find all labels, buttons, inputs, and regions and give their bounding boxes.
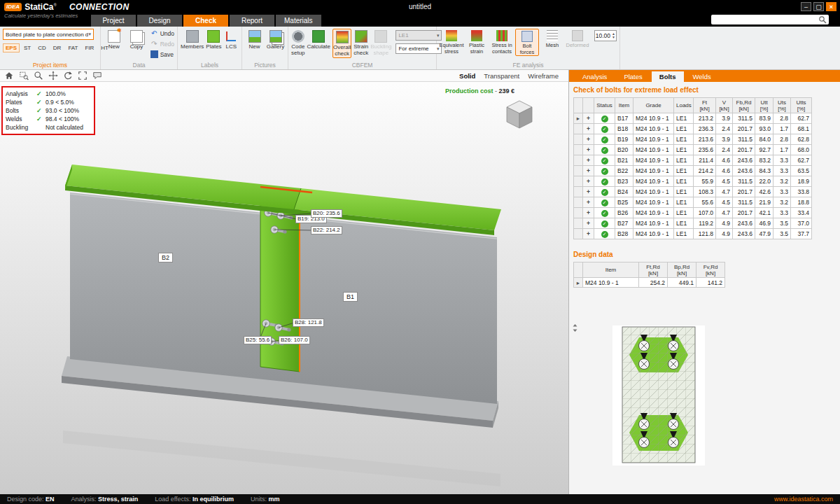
expand-row-button[interactable]: +	[583, 113, 594, 124]
home-view-icon[interactable]	[4, 71, 14, 80]
type-button-dr[interactable]: DR	[50, 43, 64, 52]
bolt-label[interactable]: B28: 121.8	[293, 318, 324, 327]
extreme-filter-dropdown[interactable]: For extreme▾	[396, 43, 442, 54]
close-button[interactable]: ×	[826, 2, 836, 11]
expand-row-button[interactable]: +	[583, 187, 594, 197]
lcs-labels-button[interactable]: LCS	[224, 29, 239, 50]
ribbon-tab-design[interactable]: Design	[137, 15, 182, 27]
viewport-canvas[interactable]: Analysis ✓ 100.0% Plates ✓ 0.9 < 5.0% Bo…	[0, 82, 568, 494]
copy-item-button[interactable]: Copy	[126, 29, 146, 50]
type-button-cd[interactable]: CD	[35, 43, 49, 52]
save-button[interactable]: Save	[150, 50, 174, 59]
expand-row-button[interactable]: +	[583, 176, 594, 187]
bolt-row[interactable]: + ✓ B26 M24 10.9 - 1 LE1 107.04.7201.742…	[574, 208, 812, 218]
fe-button-deformed[interactable]: Deformed	[566, 29, 589, 56]
bolt-row[interactable]: + ✓ B18 M24 10.9 - 1 LE1 236.32.4201.793…	[574, 124, 812, 134]
connection-type-dropdown[interactable]: Bolted plate to plate connection desi ▾	[3, 29, 94, 40]
bolt-row[interactable]: + ✓ B25 M24 10.9 - 1 LE1 55.64.5311.521.…	[574, 197, 812, 208]
new-item-button[interactable]: New	[104, 29, 124, 50]
ribbon-tab-materials[interactable]: Materials	[276, 15, 321, 27]
minimize-button[interactable]: –	[801, 2, 811, 11]
overall-check-icon	[336, 31, 349, 43]
display-mode-solid[interactable]: Solid	[459, 72, 475, 80]
panel-tab-plates[interactable]: Plates	[616, 71, 650, 82]
summary-row-bolts: Bolts ✓ 93.0 < 100%	[6, 106, 91, 115]
redo-button[interactable]: ↷Redo	[150, 39, 174, 48]
bolt-row[interactable]: + ✓ B22 M24 10.9 - 1 LE1 214.24.6243.684…	[574, 166, 812, 176]
gallery-button[interactable]: Gallery	[266, 29, 285, 50]
bolt-label[interactable]: B25: 55.6	[244, 336, 272, 344]
fe-button-mesh[interactable]: Mesh	[540, 29, 564, 56]
fe-button-stress-in-contacts[interactable]: Stress in contacts	[490, 29, 514, 56]
code-setup-button[interactable]: Code setup	[291, 29, 305, 57]
type-button-fat[interactable]: FAT	[65, 43, 80, 52]
ribbon-tab-project[interactable]: Project	[91, 15, 136, 27]
bolt-label[interactable]: B22: 214.2	[311, 226, 342, 234]
panel-tab-welds[interactable]: Welds	[685, 71, 719, 82]
display-mode-transparent[interactable]: Transparent	[484, 72, 519, 80]
rotate-icon[interactable]	[63, 71, 73, 80]
statusbar-item: Analysis: Stress, strain	[71, 496, 139, 503]
expand-row-button[interactable]: +	[583, 145, 594, 155]
group-label-labels: Labels	[178, 62, 241, 69]
bolt-row[interactable]: + ✓ B24 M24 10.9 - 1 LE1 108.34.7201.742…	[574, 187, 812, 197]
bolt-row[interactable]: + ✓ B21 M24 10.9 - 1 LE1 211.44.6243.683…	[574, 155, 812, 166]
maximize-button[interactable]: ▢	[813, 2, 824, 11]
deformed-scale-spinner[interactable]: 10.00 ▲▼	[594, 30, 617, 41]
fe-button-bolt-forces[interactable]: Bolt forces	[515, 29, 539, 56]
fe-button-equivalent-stress[interactable]: Equivalent stress	[440, 29, 463, 56]
buckling-shape-button[interactable]: Buckling shape	[370, 29, 391, 57]
type-button-eps[interactable]: EPS	[3, 43, 20, 52]
bolt-row[interactable]: + ✓ B23 M24 10.9 - 1 LE1 55.94.5311.522.…	[574, 176, 812, 187]
undo-button[interactable]: ↶Undo	[150, 29, 174, 38]
comment-icon[interactable]	[92, 71, 102, 80]
strain-check-button[interactable]: Strain check	[354, 29, 368, 57]
panel-tab-analysis[interactable]: Analysis	[575, 71, 615, 82]
type-button-st[interactable]: ST	[21, 43, 34, 52]
search-input[interactable]	[713, 15, 818, 24]
members-labels-button[interactable]: Members	[181, 29, 204, 50]
expand-row-button[interactable]: +	[583, 155, 594, 166]
column-header: Status	[594, 98, 615, 113]
expand-row-button[interactable]: +	[583, 229, 594, 239]
member-label-b2[interactable]: B2	[158, 253, 173, 262]
new-picture-button[interactable]: New	[245, 29, 264, 50]
member-label-b1[interactable]: B1	[343, 292, 358, 302]
navigation-cube[interactable]	[498, 97, 539, 132]
resize-handle-icon[interactable]	[571, 324, 579, 332]
pan-icon[interactable]	[48, 71, 58, 80]
overall-check-button[interactable]: Overall check	[332, 29, 351, 58]
zoom-window-icon[interactable]	[19, 71, 29, 80]
zoom-extents-icon[interactable]	[78, 71, 88, 80]
search-box[interactable]	[711, 15, 829, 24]
bolt-row[interactable]: ▸ + ✓ B17 M24 10.9 - 1 LE1 213.23.9311.5…	[574, 113, 812, 124]
load-effect-dropdown[interactable]: LE1▾	[396, 30, 442, 41]
calculate-button[interactable]: Calculate	[307, 29, 330, 50]
ribbon-tab-report[interactable]: Report	[230, 15, 274, 27]
expand-row-button[interactable]: +	[583, 134, 594, 145]
bolt-label[interactable]: B20: 235.6	[311, 209, 342, 218]
panel-tab-bolts[interactable]: Bolts	[652, 71, 684, 82]
bolt-row[interactable]: + ✓ B20 M24 10.9 - 1 LE1 235.62.4201.792…	[574, 145, 812, 155]
expand-row-button[interactable]: +	[583, 124, 594, 134]
bolt-row[interactable]: + ✓ B27 M24 10.9 - 1 LE1 119.24.9243.646…	[574, 218, 812, 229]
bolt-row[interactable]: + ✓ B28 M24 10.9 - 1 LE1 121.84.9243.647…	[574, 229, 812, 239]
row-selector	[574, 155, 583, 166]
expand-row-button[interactable]: +	[583, 218, 594, 229]
search-icon[interactable]	[818, 15, 827, 24]
bolt-row[interactable]: + ✓ B19 M24 10.9 - 1 LE1 213.63.9311.584…	[574, 134, 812, 145]
new-document-icon	[108, 30, 120, 43]
plates-labels-button[interactable]: Plates	[206, 29, 221, 50]
design-row[interactable]: ▸ M24 10.9 - 1 254.2449.1141.2	[574, 278, 725, 288]
bolt-label[interactable]: B26: 107.0	[279, 336, 310, 344]
expand-row-button[interactable]: +	[583, 166, 594, 176]
expand-row-button[interactable]: +	[583, 197, 594, 208]
zoom-icon[interactable]	[34, 71, 43, 80]
ribbon-tab-check[interactable]: Check	[183, 15, 228, 27]
website-link[interactable]: www.ideastatica.com	[774, 496, 833, 503]
type-button-fir[interactable]: FIR	[82, 43, 97, 52]
display-mode-wireframe[interactable]: Wireframe	[528, 72, 559, 80]
spin-down-icon[interactable]: ▼	[612, 36, 615, 39]
fe-button-plastic-strain[interactable]: Plastic strain	[465, 29, 489, 56]
expand-row-button[interactable]: +	[583, 208, 594, 218]
